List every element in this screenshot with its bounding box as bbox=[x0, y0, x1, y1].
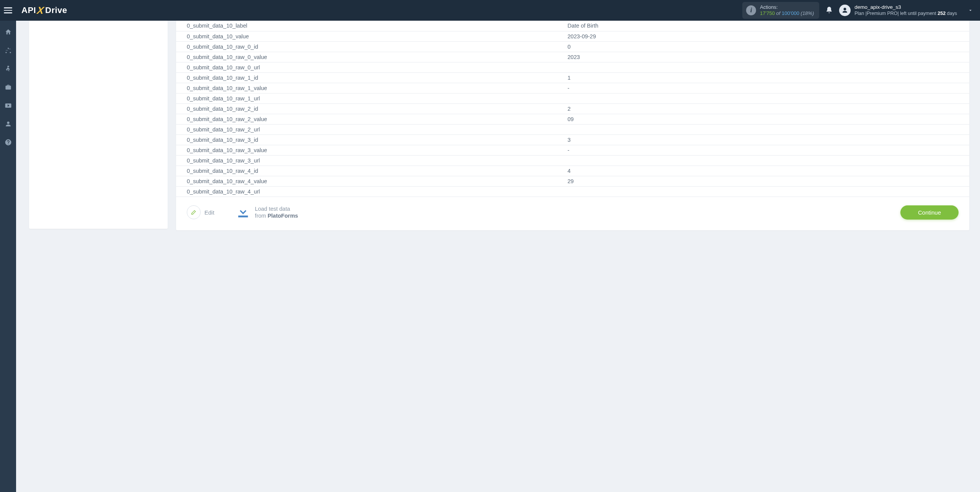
menu-toggle[interactable] bbox=[4, 6, 13, 15]
actions-total: 100'000 bbox=[782, 10, 799, 16]
rail-connections[interactable] bbox=[0, 44, 16, 56]
row-key: 0_submit_data_10_raw_3_value bbox=[176, 145, 557, 155]
row-value: Date of Birth bbox=[557, 21, 969, 31]
table-row: 0_submit_data_10_raw_3_url bbox=[176, 155, 969, 166]
data-panel: 0_submit_data_10_labelDate of Birth0_sub… bbox=[176, 21, 969, 230]
row-value: 09 bbox=[557, 114, 969, 124]
row-value bbox=[557, 62, 969, 72]
logo-part-x: X bbox=[36, 5, 45, 16]
main-area: 0_submit_data_10_labelDate of Birth0_sub… bbox=[16, 21, 980, 492]
download-icon bbox=[236, 205, 250, 220]
row-key: 0_submit_data_10_raw_1_value bbox=[176, 83, 557, 93]
actions-pct: (18%) bbox=[801, 10, 814, 16]
table-row: 0_submit_data_10_raw_1_url bbox=[176, 93, 969, 103]
row-value bbox=[557, 124, 969, 134]
row-value bbox=[557, 186, 969, 197]
actions-used: 17'750 bbox=[760, 10, 775, 16]
load-test-text: Load test data from PlatoForms bbox=[255, 205, 298, 219]
user-menu[interactable]: demo_apix-drive_s3 Plan |Premium PRO| le… bbox=[839, 4, 973, 16]
row-key: 0_submit_data_10_raw_0_url bbox=[176, 62, 557, 72]
row-value: 0 bbox=[557, 41, 969, 52]
continue-button[interactable]: Continue bbox=[900, 205, 959, 220]
notifications-icon[interactable] bbox=[825, 6, 833, 15]
table-row: 0_submit_data_10_raw_1_value- bbox=[176, 83, 969, 93]
rail-briefcase[interactable] bbox=[0, 81, 16, 93]
row-key: 0_submit_data_10_raw_2_id bbox=[176, 103, 557, 114]
rail-account[interactable] bbox=[0, 118, 16, 130]
row-key: 0_submit_data_10_raw_1_url bbox=[176, 93, 557, 103]
table-row: 0_submit_data_10_raw_2_id2 bbox=[176, 103, 969, 114]
logo[interactable]: APIXDrive bbox=[21, 5, 67, 16]
row-value: - bbox=[557, 83, 969, 93]
row-value bbox=[557, 93, 969, 103]
rail-help[interactable] bbox=[0, 136, 16, 148]
plan-name: Premium PRO bbox=[867, 11, 898, 16]
sidebar-rail bbox=[0, 21, 16, 492]
load-source: PlatoForms bbox=[268, 213, 298, 219]
rail-home[interactable] bbox=[0, 26, 16, 38]
row-key: 0_submit_data_10_value bbox=[176, 31, 557, 41]
row-key: 0_submit_data_10_raw_4_value bbox=[176, 176, 557, 186]
row-key: 0_submit_data_10_raw_2_url bbox=[176, 124, 557, 134]
row-key: 0_submit_data_10_raw_0_value bbox=[176, 52, 557, 62]
row-value: 2023 bbox=[557, 52, 969, 62]
table-row: 0_submit_data_10_raw_2_value09 bbox=[176, 114, 969, 124]
table-row: 0_submit_data_10_raw_0_value2023 bbox=[176, 52, 969, 62]
row-value: 2023-09-29 bbox=[557, 31, 969, 41]
table-row: 0_submit_data_10_raw_1_id1 bbox=[176, 72, 969, 83]
avatar-icon bbox=[839, 5, 851, 16]
table-row: 0_submit_data_10_raw_2_url bbox=[176, 124, 969, 134]
plan-days-suffix: days bbox=[946, 11, 957, 16]
actions-label: Actions: bbox=[760, 4, 814, 10]
row-value: 3 bbox=[557, 134, 969, 145]
table-row: 0_submit_data_10_raw_0_id0 bbox=[176, 41, 969, 52]
data-table: 0_submit_data_10_labelDate of Birth0_sub… bbox=[176, 21, 969, 197]
row-key: 0_submit_data_10_raw_3_url bbox=[176, 155, 557, 166]
actions-text: Actions: 17'750 of 100'000 (18%) bbox=[760, 4, 814, 16]
row-value: 29 bbox=[557, 176, 969, 186]
actions-pill[interactable]: i Actions: 17'750 of 100'000 (18%) bbox=[742, 2, 819, 18]
row-key: 0_submit_data_10_raw_0_id bbox=[176, 41, 557, 52]
table-row: 0_submit_data_10_raw_4_id4 bbox=[176, 166, 969, 176]
row-value: 1 bbox=[557, 72, 969, 83]
row-value bbox=[557, 155, 969, 166]
rail-video[interactable] bbox=[0, 100, 16, 111]
actions-of: of bbox=[776, 10, 781, 16]
table-row: 0_submit_data_10_labelDate of Birth bbox=[176, 21, 969, 31]
row-key: 0_submit_data_10_raw_3_id bbox=[176, 134, 557, 145]
plan-prefix: Plan | bbox=[854, 11, 867, 16]
load-from: from bbox=[255, 213, 268, 219]
edit-button[interactable]: Edit bbox=[187, 205, 214, 219]
edit-label: Edit bbox=[204, 209, 214, 216]
chevron-down-icon bbox=[968, 8, 973, 13]
logo-part-api: API bbox=[21, 5, 36, 15]
user-text: demo_apix-drive_s3 Plan |Premium PRO| le… bbox=[854, 4, 957, 16]
panel-footer: Edit Load test data from PlatoForms Cont… bbox=[176, 197, 969, 220]
load-test-data-button[interactable]: Load test data from PlatoForms bbox=[236, 205, 298, 220]
table-row: 0_submit_data_10_raw_4_value29 bbox=[176, 176, 969, 186]
row-value: - bbox=[557, 145, 969, 155]
row-value: 4 bbox=[557, 166, 969, 176]
row-key: 0_submit_data_10_raw_4_url bbox=[176, 186, 557, 197]
row-key: 0_submit_data_10_label bbox=[176, 21, 557, 31]
logo-part-drive: Drive bbox=[45, 5, 67, 15]
user-name: demo_apix-drive_s3 bbox=[854, 4, 957, 10]
left-panel bbox=[29, 21, 168, 229]
rail-billing[interactable] bbox=[0, 63, 16, 74]
plan-mid: | left until payment bbox=[898, 11, 938, 16]
table-row: 0_submit_data_10_raw_3_value- bbox=[176, 145, 969, 155]
table-row: 0_submit_data_10_raw_4_url bbox=[176, 186, 969, 197]
table-row: 0_submit_data_10_raw_0_url bbox=[176, 62, 969, 72]
table-row: 0_submit_data_10_value2023-09-29 bbox=[176, 31, 969, 41]
row-key: 0_submit_data_10_raw_2_value bbox=[176, 114, 557, 124]
row-key: 0_submit_data_10_raw_4_id bbox=[176, 166, 557, 176]
plan-days: 252 bbox=[938, 11, 946, 16]
load-line1: Load test data bbox=[255, 205, 298, 212]
row-key: 0_submit_data_10_raw_1_id bbox=[176, 72, 557, 83]
table-row: 0_submit_data_10_raw_3_id3 bbox=[176, 134, 969, 145]
info-icon: i bbox=[746, 5, 756, 15]
topbar: APIXDrive i Actions: 17'750 of 100'000 (… bbox=[0, 0, 980, 21]
row-value: 2 bbox=[557, 103, 969, 114]
pencil-icon bbox=[187, 205, 201, 219]
